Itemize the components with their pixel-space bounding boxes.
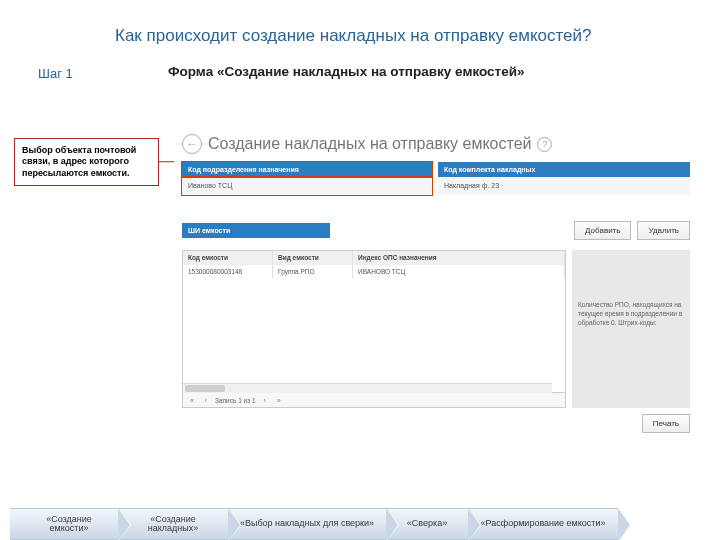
arrow-step-5[interactable]: «Расформирование емкости» — [458, 508, 618, 540]
print-button[interactable]: Печать — [642, 414, 690, 433]
pane-destination-header: Код подразделения назначения — [182, 162, 432, 177]
slide-title: Как происходит создание накладных на отп… — [115, 26, 592, 46]
process-arrows: «Создание емкости» «Создание накладных» … — [10, 508, 710, 540]
pager-first-icon[interactable]: « — [187, 395, 197, 405]
delete-button[interactable]: Удалить — [637, 221, 690, 240]
callout-destination: Выбор объекта почтовой связи, в адрес ко… — [14, 138, 159, 186]
pager-status: Запись 1 из 1 — [215, 397, 256, 404]
pager-prev-icon[interactable]: ‹ — [201, 395, 211, 405]
pane-docset-header: Код комплекта накладных — [438, 162, 690, 177]
table-row[interactable]: 153000080003148 Группа РПО ИВАНОВО ТСЦ — [183, 264, 565, 278]
back-icon[interactable]: ← — [182, 134, 202, 154]
pane-docset: Код комплекта накладных Накладная ф. 23 — [438, 162, 690, 195]
pane-destination: Код подразделения назначения Иваново ТСЦ — [182, 162, 432, 195]
barcode-field-header: ШИ емкости — [182, 223, 330, 238]
cell-code: 153000080003148 — [183, 265, 273, 278]
horizontal-scrollbar[interactable] — [183, 383, 552, 393]
app-header: ← Создание накладных на отправку емкосте… — [182, 132, 690, 162]
grid-header: Код емкости Вид емкости Индекс ОПС назна… — [183, 251, 565, 264]
pane-docset-value[interactable]: Накладная ф. 23 — [438, 177, 690, 195]
help-icon[interactable]: ? — [537, 137, 552, 152]
arrow-step-1[interactable]: «Создание емкости» — [10, 508, 118, 540]
form-title: Форма «Создание накладных на отправку ем… — [168, 64, 524, 79]
grid-footer: « ‹ Запись 1 из 1 › » — [183, 392, 565, 407]
step-label: Шаг 1 — [38, 66, 73, 81]
containers-grid: Код емкости Вид емкости Индекс ОПС назна… — [182, 250, 566, 408]
cell-type: Группа РПО — [273, 265, 353, 278]
col-code: Код емкости — [183, 251, 273, 264]
col-index: Индекс ОПС назначения — [353, 251, 565, 264]
app-window: ← Создание накладных на отправку емкосте… — [182, 132, 690, 478]
grid-body: 153000080003148 Группа РПО ИВАНОВО ТСЦ — [183, 264, 565, 392]
col-type: Вид емкости — [273, 251, 353, 264]
arrow-step-3[interactable]: «Выбор накладных для сверки» — [218, 508, 386, 540]
cell-index: ИВАНОВО ТСЦ — [353, 265, 565, 278]
app-header-title: Создание накладных на отправку емкостей — [208, 135, 531, 153]
pane-destination-value[interactable]: Иваново ТСЦ — [182, 177, 432, 195]
add-button[interactable]: Добавить — [574, 221, 631, 240]
pager-last-icon[interactable]: » — [274, 395, 284, 405]
side-info-panel: Количество РПО, находящихся на текущее в… — [572, 250, 690, 408]
pager-next-icon[interactable]: › — [260, 395, 270, 405]
